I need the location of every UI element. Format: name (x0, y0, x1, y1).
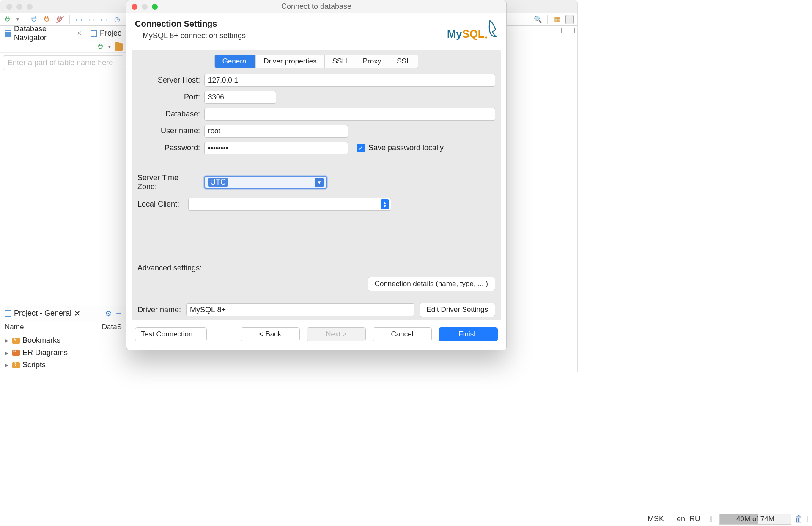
search-icon[interactable]: 🔍 (534, 15, 542, 24)
sql-add-icon[interactable]: ▭ (100, 15, 109, 24)
finish-button[interactable]: Finish (439, 327, 498, 341)
new-connection-icon[interactable] (4, 15, 12, 24)
grip-dots-icon[interactable] (710, 516, 712, 522)
disclosure-triangle-icon[interactable]: ▶ (5, 338, 10, 344)
project-panel-title: Project - General (14, 309, 71, 318)
close-icon[interactable]: ✕ (77, 30, 82, 36)
tab-driver-properties[interactable]: Driver properties (256, 55, 325, 68)
local-client-label: Local Client: (137, 200, 184, 209)
tab-ssh[interactable]: SSH (325, 55, 355, 68)
timezone-value: UTC (208, 178, 228, 187)
tab-label: Projec (100, 29, 121, 38)
save-password-label: Save password locally (368, 143, 444, 152)
username-label: User name: (137, 127, 200, 135)
driver-name-value: MySQL 8+ (190, 306, 226, 314)
password-input[interactable] (204, 142, 348, 154)
sql-editor-icon[interactable]: ▭ (75, 15, 83, 24)
edit-driver-button[interactable]: Edit Driver Settings (420, 303, 496, 317)
port-label: Port: (137, 93, 200, 102)
tab-database-navigator[interactable]: Database Navigator ✕ (0, 26, 86, 41)
back-button[interactable]: < Back (241, 327, 300, 341)
clock-icon[interactable]: ◷ (113, 15, 121, 24)
close-icon[interactable]: ✕ (74, 309, 80, 318)
ide-sidebar: Database Navigator ✕ Projec ▼ Project - … (0, 26, 126, 372)
tree-item-er-diagrams[interactable]: ▶ ER Diagrams (3, 347, 123, 358)
tab-ssl[interactable]: SSL (389, 55, 418, 68)
cancel-button[interactable]: Cancel (373, 327, 432, 341)
connect-dialog: Connect to database Connection Settings … (126, 0, 507, 350)
traffic-minimize-icon (142, 4, 148, 10)
navigator-filter[interactable] (3, 55, 123, 70)
status-locale: en_RU (674, 515, 703, 523)
server-host-label: Server Host: (137, 76, 200, 85)
gear-icon[interactable]: ⚙ (105, 309, 112, 318)
test-connection-button[interactable]: Test Connection ... (135, 327, 207, 341)
plug-orange-icon[interactable] (43, 15, 52, 24)
project-tree: ▶ Bookmarks ▶ ER Diagrams ▶ Scripts (0, 333, 126, 372)
svg-text:My: My (447, 28, 462, 40)
local-client-select[interactable]: ▲▼ (188, 198, 391, 211)
database-label: Database: (137, 110, 200, 118)
tab-projects[interactable]: Projec (86, 26, 126, 41)
col-name: Name (5, 323, 24, 331)
timezone-combobox[interactable]: UTC ▼ (204, 176, 327, 189)
sidebar-sub-toolbar: ▼ (0, 41, 126, 53)
new-connection-icon[interactable] (97, 43, 105, 51)
password-label: Password: (137, 143, 200, 152)
dbeaver-icon[interactable] (565, 15, 574, 24)
minimize-view-icon[interactable] (561, 28, 567, 33)
plug-strike-icon[interactable] (56, 15, 64, 24)
tree-label: Scripts (22, 361, 46, 369)
traffic-close-icon[interactable] (132, 4, 137, 10)
next-button: Next > (307, 327, 366, 341)
save-password-checkbox[interactable]: ✓ Save password locally (357, 143, 444, 152)
traffic-light-dim-icon (6, 4, 12, 10)
server-host-input[interactable] (204, 74, 495, 87)
dialog-body: General Driver properties SSH Proxy SSL … (132, 50, 501, 321)
project-panel-tab[interactable]: Project - General ✕ ⚙ − (0, 306, 126, 321)
svg-text:SQL: SQL (462, 28, 484, 40)
folder-icon[interactable] (115, 43, 123, 51)
dropdown-caret-icon[interactable]: ▼ (107, 44, 112, 49)
sidebar-tabs: Database Navigator ✕ Projec (0, 26, 126, 41)
database-icon (5, 30, 11, 37)
tab-label: Database Navigator (14, 25, 74, 42)
view-controls (561, 28, 575, 33)
general-form: Server Host: Port: Database: User name: … (132, 74, 501, 211)
statusbar: MSK en_RU 40M of 74M 🗑 (0, 512, 812, 526)
tree-item-bookmarks[interactable]: ▶ Bookmarks (3, 335, 123, 346)
traffic-zoom-icon[interactable] (152, 4, 158, 10)
disclosure-triangle-icon[interactable]: ▶ (5, 350, 10, 356)
tab-proxy[interactable]: Proxy (355, 55, 389, 68)
database-input[interactable] (204, 108, 495, 121)
plug-blue-icon[interactable] (30, 15, 39, 24)
filter-input[interactable] (8, 58, 119, 67)
checkbox-checked-icon: ✓ (357, 144, 365, 152)
status-timezone: MSK (645, 515, 667, 523)
grip-dots-icon[interactable] (807, 516, 808, 522)
disclosure-triangle-icon[interactable]: ▶ (5, 362, 10, 368)
port-input[interactable] (204, 91, 276, 104)
trash-icon[interactable]: 🗑 (795, 514, 803, 524)
dialog-subheading: MySQL 8+ connection settings (135, 31, 246, 40)
advanced-section: Advanced settings: Connection details (n… (132, 259, 501, 320)
dropdown-caret-icon[interactable]: ▼ (16, 17, 20, 22)
stepper-icon: ▲▼ (381, 199, 389, 209)
connection-details-button[interactable]: Connection details (name, type, ... ) (368, 277, 495, 291)
tree-label: Bookmarks (22, 336, 60, 345)
svg-point-2 (485, 36, 487, 39)
project-icon (91, 30, 97, 37)
driver-name-label: Driver name: (137, 306, 181, 314)
maximize-view-icon[interactable] (569, 28, 575, 33)
memory-bar[interactable]: 40M of 74M (719, 514, 791, 525)
username-input[interactable] (204, 125, 348, 138)
driver-name-field: MySQL 8+ (186, 303, 414, 316)
project-panel: Project - General ✕ ⚙ − Name DataS ▶ Boo… (0, 306, 126, 372)
mysql-logo-icon: My SQL (447, 19, 498, 44)
tab-general[interactable]: General (215, 55, 256, 68)
bookmarks-folder-icon (12, 338, 20, 344)
tree-item-scripts[interactable]: ▶ Scripts (3, 360, 123, 370)
sql-new-icon[interactable]: ▭ (88, 15, 96, 24)
memory-label: 40M of 74M (720, 514, 791, 524)
perspective-icon[interactable]: ▦ (553, 15, 561, 24)
